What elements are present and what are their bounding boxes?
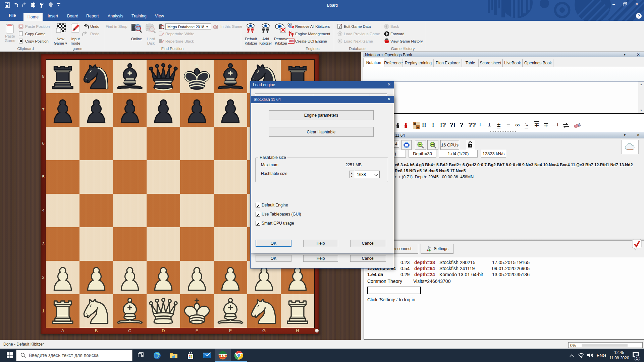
svg-text:♚: ♚ (417, 126, 419, 129)
svg-text:T: T (407, 126, 409, 129)
svg-text:♚: ♚ (414, 122, 416, 126)
svg-text:15: 15 (220, 353, 225, 358)
